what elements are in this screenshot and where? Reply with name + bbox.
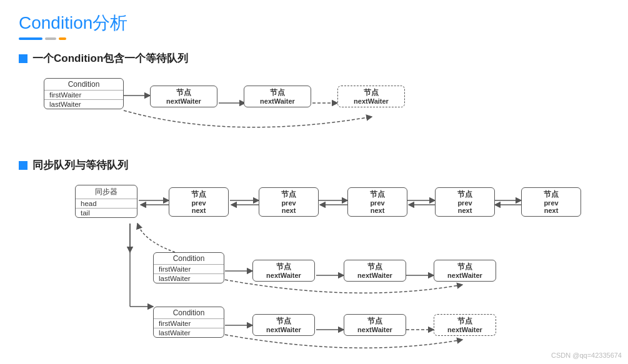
sync-node5-next: next (544, 207, 559, 214)
wait-node1: 节点 nextWaiter (252, 260, 315, 282)
node2-1-field: nextWaiter (260, 97, 295, 105)
sync-node1-next: next (192, 207, 206, 214)
node3-1-title: 节点 (364, 88, 379, 97)
first-waiter-label-3: firstWaiter (154, 318, 224, 328)
wait-node3: 节点 nextWaiter (434, 260, 496, 282)
sync-node2-prev: prev (281, 199, 296, 207)
condition-label-3: Condition (154, 307, 224, 318)
sync-node4-title: 节点 (457, 190, 472, 199)
condition-label-1: Condition (44, 79, 123, 90)
diagram2: 同步器 head tail 节点 prev next 节点 prev next … (37, 179, 628, 353)
node2-1: 节点 nextWaiter (244, 86, 311, 107)
first-waiter-label-2: firstWaiter (154, 264, 224, 273)
sync-node1: 节点 prev next (169, 187, 229, 217)
node1-1: 节点 nextWaiter (150, 86, 217, 107)
wait-node5: 节点 nextWaiter (344, 314, 406, 336)
underline-blue (19, 37, 42, 40)
sync-node5-prev: prev (544, 199, 558, 207)
sync-node3-next: next (371, 207, 385, 214)
section1-label: 一个Condition包含一个等待队列 (19, 51, 609, 66)
wait-node3-field: nextWaiter (447, 272, 482, 279)
sync-node5-title: 节点 (544, 190, 559, 199)
underline-gray (45, 37, 56, 40)
wait-node5-field: nextWaiter (357, 326, 392, 333)
sync-node3-title: 节点 (370, 190, 385, 199)
wait-node2-title: 节点 (367, 262, 382, 272)
sync-head: head (76, 199, 137, 208)
wait-node6-field: nextWaiter (447, 326, 482, 333)
wait-node2: 节点 nextWaiter (344, 260, 406, 282)
sync-node4-prev: prev (457, 199, 472, 207)
section2-label: 同步队列与等待队列 (19, 158, 609, 172)
diagram1: Condition firstWaiter lastWaiter 节点 next… (37, 72, 475, 140)
wait-node6: 节点 nextWaiter (434, 314, 496, 336)
node2-1-title: 节点 (270, 88, 285, 97)
condition-box-1: Condition firstWaiter lastWaiter (44, 78, 124, 109)
sync-node2: 节点 prev next (259, 187, 319, 217)
node3-1: 节点 nextWaiter (337, 86, 405, 107)
wait-node2-field: nextWaiter (357, 272, 392, 279)
sync-node1-prev: prev (191, 199, 206, 207)
first-waiter-label-1: firstWaiter (44, 90, 123, 99)
wait-node3-title: 节点 (457, 262, 472, 272)
sync-node2-title: 节点 (281, 190, 296, 199)
last-waiter-label-1: lastWaiter (44, 99, 123, 109)
wait-node6-title: 节点 (457, 317, 472, 326)
title-underline (19, 37, 609, 40)
sync-title: 同步器 (76, 185, 137, 199)
wait-node1-field: nextWaiter (266, 272, 301, 279)
wait-node4-title: 节点 (276, 317, 291, 326)
sync-tail: tail (76, 208, 137, 217)
page-title: Condition分析 (19, 11, 609, 35)
watermark: CSDN @qq=42335674 (551, 352, 622, 359)
sync-node5: 节点 prev next (521, 187, 581, 217)
sync-node4-next: next (458, 207, 472, 214)
sync-node3: 节点 prev next (347, 187, 407, 217)
last-waiter-label-3: lastWaiter (154, 328, 224, 337)
condition-label-2: Condition (154, 253, 224, 264)
section2-icon (19, 161, 27, 170)
condition-box-3: Condition firstWaiter lastWaiter (153, 307, 224, 338)
sync-box: 同步器 head tail (75, 185, 137, 218)
sync-node2-next: next (282, 207, 296, 214)
underline-orange (59, 37, 66, 40)
sync-node1-title: 节点 (191, 190, 206, 199)
wait-node4: 节点 nextWaiter (252, 314, 315, 336)
wait-node5-title: 节点 (367, 317, 382, 326)
sync-node3-prev: prev (370, 199, 384, 207)
section1-icon (19, 54, 27, 63)
node3-1-field: nextWaiter (354, 97, 389, 105)
last-waiter-label-2: lastWaiter (154, 273, 224, 283)
wait-node1-title: 节点 (276, 262, 291, 272)
node1-1-title: 节点 (176, 88, 191, 97)
sync-node4: 节点 prev next (435, 187, 495, 217)
node1-1-field: nextWaiter (166, 97, 201, 105)
condition-box-2: Condition firstWaiter lastWaiter (153, 252, 224, 283)
wait-node4-field: nextWaiter (266, 326, 301, 333)
